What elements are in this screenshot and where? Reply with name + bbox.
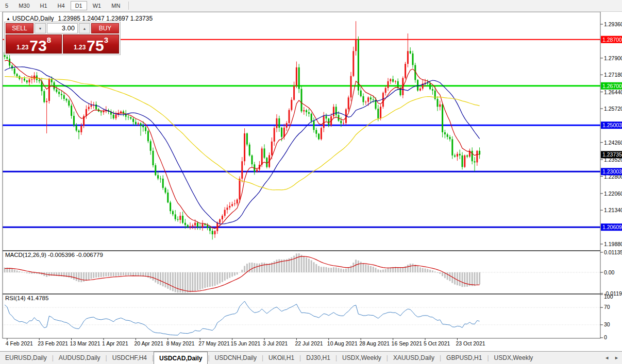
tab-gbpusd-h1[interactable]: GBPUSD,H1 [441, 352, 487, 364]
candle-body [476, 151, 478, 163]
price-axis-label: 1.26440 [604, 89, 622, 95]
price-axis-label: 1.25720 [604, 106, 622, 112]
candle-body [370, 97, 372, 99]
candle-body [271, 142, 273, 155]
candle-body [145, 127, 146, 131]
candle-body [256, 169, 258, 171]
candle-body [153, 151, 154, 165]
candle-body [244, 133, 245, 161]
candle-body [24, 79, 25, 81]
buy-price-pip-digit: 3 [104, 36, 108, 44]
candle-body [291, 100, 292, 110]
date-axis-label[interactable]: 13 Mar 2021 [70, 340, 100, 346]
timeframe-5[interactable]: 5 [1, 1, 13, 10]
timeframe-toolbar: 5M30H1H4D1W1MN [0, 0, 622, 12]
candle-body [296, 67, 297, 86]
candle-body [298, 67, 300, 89]
volume-increase-button[interactable]: ▲ [79, 23, 90, 33]
candle-body [234, 203, 236, 204]
candle-body [278, 118, 280, 128]
price-axis-label: 1.24260 [604, 140, 622, 146]
buy-price-display[interactable]: 1.23753 [63, 34, 119, 54]
date-axis-label[interactable]: 23 Feb 2021 [38, 340, 68, 346]
expand-triangle-icon[interactable]: ▲ [6, 16, 10, 21]
candle-body [63, 95, 65, 99]
sell-button[interactable]: SELL [6, 23, 33, 33]
date-axis-label[interactable]: 8 May 2021 [166, 340, 195, 346]
toolbar-separator [128, 2, 129, 10]
candle-body [464, 155, 465, 167]
candle-body [29, 79, 30, 82]
candle-body [293, 86, 295, 100]
candle-body [128, 117, 129, 117]
candle-body [170, 202, 171, 211]
candle-body [172, 211, 174, 214]
one-click-trading-panel: SELL ▼ 3.00 ▲ BUY 1.23738 1.23753 [4, 22, 121, 55]
date-axis-label[interactable]: 4 Feb 2021 [6, 340, 33, 346]
candle-body [479, 151, 480, 154]
candle-body [207, 225, 208, 228]
price-badge-label: 1.20609 [602, 224, 622, 230]
date-axis-label[interactable]: 22 Jul 2021 [295, 340, 323, 346]
candle-body [6, 57, 8, 59]
candle-body [140, 123, 142, 125]
rsi-axis-label: 0 [604, 334, 607, 340]
tab-dj30-h1[interactable]: DJ30,H1 [301, 352, 335, 364]
date-axis-label[interactable]: 16 Sep 2021 [392, 340, 423, 346]
tab-ukoil-h1[interactable]: UKOil,H1 [263, 352, 299, 364]
candle-body [466, 155, 468, 157]
date-axis-label[interactable]: 3 Jul 2021 [263, 340, 288, 346]
candle-body [355, 40, 357, 51]
price-axis-label: 1.27180 [604, 72, 622, 78]
candle-body [138, 123, 139, 124]
tab-usdcnh-daily[interactable]: USDCNH,Daily [210, 352, 262, 364]
tab-usdchf-h4[interactable]: USDCHF,H4 [107, 352, 152, 364]
ma-mid-line [5, 67, 480, 224]
sell-price-display[interactable]: 1.23738 [6, 34, 62, 54]
date-axis-label[interactable]: 28 Aug 2021 [359, 340, 390, 346]
tab-xauusd-daily[interactable]: XAUUSD,Daily [388, 352, 440, 364]
timeframe-mn[interactable]: MN [107, 1, 125, 10]
tabs-scroll-left-icon[interactable]: ◄ [604, 355, 609, 360]
rsi-label: RSI(14) 41.4785 [5, 295, 48, 301]
tab-usdx-weekly[interactable]: USDX,Weekly [337, 352, 386, 364]
timeframe-d1[interactable]: D1 [71, 1, 87, 10]
candle-body [385, 88, 386, 93]
tab-usdx-weekly[interactable]: USDX,Weekly [489, 352, 539, 364]
timeframe-h4[interactable]: H4 [53, 1, 70, 10]
candle-body [407, 51, 409, 64]
candle-body [350, 76, 352, 98]
date-axis-label[interactable]: 5 Oct 2021 [424, 340, 450, 346]
rsi-axis-label: 70 [604, 304, 610, 310]
candle-body [249, 145, 250, 155]
chart-canvas[interactable]: 1.293601.286401.279001.271801.264401.257… [0, 11, 622, 352]
price-badge-label: 1.23735 [602, 151, 622, 158]
candle-body [113, 115, 114, 118]
tab-scroll-arrows: ◄ ► [604, 352, 619, 364]
chart-ohlc-quote: 1.23985 1.24047 1.23697 1.23735 [58, 15, 153, 22]
candle-body [103, 111, 105, 112]
timeframe-w1[interactable]: W1 [88, 1, 106, 10]
date-axis-label[interactable]: 1 Apr 2021 [102, 340, 128, 346]
tab-eurusd-daily[interactable]: EURUSD,Daily [0, 352, 52, 364]
candle-body [167, 193, 169, 202]
volume-input[interactable]: 3.00 [47, 23, 78, 33]
tab-usdcad-daily[interactable]: USDCAD,Daily [154, 352, 208, 364]
tab-audusd-daily[interactable]: AUDUSD,Daily [54, 352, 106, 364]
candle-body [190, 226, 191, 227]
candle-body [276, 118, 278, 128]
timeframe-m30[interactable]: M30 [14, 1, 34, 10]
date-axis-label[interactable]: 20 Apr 2021 [134, 340, 163, 346]
date-axis-label[interactable]: 15 Jun 2021 [231, 340, 261, 346]
buy-button[interactable]: BUY [91, 23, 119, 33]
price-axis-label: 1.29360 [604, 21, 622, 27]
date-axis-label[interactable]: 10 Aug 2021 [327, 340, 358, 346]
tabs-scroll-right-icon[interactable]: ► [614, 355, 619, 360]
volume-decrease-button[interactable]: ▼ [35, 23, 46, 33]
date-axis-label[interactable]: 23 Oct 2021 [456, 340, 485, 346]
triangle-down-icon: ▼ [39, 27, 42, 30]
date-axis-label[interactable]: 27 May 2021 [198, 340, 230, 346]
timeframe-h1[interactable]: H1 [36, 1, 52, 10]
rsi-axis-label: 100 [604, 293, 613, 300]
candle-body [150, 141, 152, 151]
